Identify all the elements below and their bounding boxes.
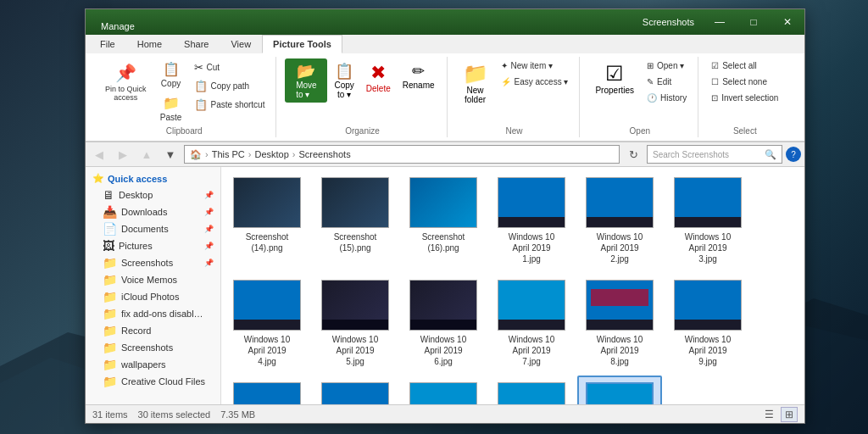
- open-label: Open: [630, 126, 650, 136]
- file-name-2: Screenshot(16).png: [422, 231, 465, 253]
- explorer-window: Manage Screenshots — □ ✕ File Home Share…: [85, 8, 805, 424]
- sidebar-item-creative-cloud[interactable]: 📁 Creative Cloud Files: [86, 373, 220, 390]
- paste-label: Paste: [160, 113, 182, 122]
- file-item-16[interactable]: Windows 10April 201914.jpg: [577, 376, 662, 404]
- sidebar-item-screenshots[interactable]: 📁 Screenshots 📌: [86, 254, 220, 271]
- file-thumbnail-1: [321, 177, 389, 228]
- file-item-14[interactable]: Windows 10April 201912.jpg: [401, 376, 486, 404]
- tab-picture-tools[interactable]: Picture Tools: [262, 35, 342, 53]
- close-button[interactable]: ✕: [771, 9, 804, 35]
- grid-view-button[interactable]: ⊞: [781, 407, 798, 422]
- forward-button[interactable]: ▶: [113, 145, 133, 164]
- properties-button[interactable]: ☑ Properties: [588, 58, 641, 98]
- new-folder-button[interactable]: 📁 Newfolder: [456, 58, 495, 108]
- file-area[interactable]: Screenshot(14).png Screenshot(15).png: [221, 167, 804, 404]
- easy-access-button[interactable]: ⚡ Easy access ▾: [497, 75, 573, 89]
- file-item-15[interactable]: Windows 10April 201913.jpg: [489, 376, 574, 404]
- path-this-pc[interactable]: This PC: [212, 149, 245, 159]
- search-placeholder: Search Screenshots: [653, 150, 729, 159]
- file-item-8[interactable]: Windows 10April 20196.jpg: [401, 273, 486, 372]
- move-to-button[interactable]: 📂 Moveto ▾: [285, 58, 327, 103]
- copy-button[interactable]: 📋 Copy: [154, 58, 188, 91]
- copy-path-label: Copy path: [211, 81, 250, 91]
- pin-icon2: 📌: [204, 208, 214, 216]
- wallpapers-icon: 📁: [103, 358, 117, 371]
- list-view-button[interactable]: ☰: [760, 407, 777, 422]
- rename-button[interactable]: ✏ Rename: [398, 58, 440, 93]
- documents-label: Documents: [121, 224, 169, 234]
- pin-icon4: 📌: [204, 242, 214, 250]
- file-item-3[interactable]: Windows 10April 20191.jpg: [489, 170, 574, 270]
- size: 7.35 MB: [220, 409, 255, 420]
- file-name-8: Windows 10April 20196.jpg: [420, 334, 466, 367]
- downloads-label: Downloads: [121, 207, 167, 217]
- address-path[interactable]: 🏠 › This PC › Desktop › Screenshots: [184, 145, 620, 164]
- manage-tab[interactable]: Manage: [89, 18, 147, 35]
- select-all-icon: ☑: [711, 61, 719, 70]
- tab-home[interactable]: Home: [126, 35, 173, 53]
- file-item-12[interactable]: Windows 10April 201910.jpg: [225, 376, 309, 404]
- minimize-button[interactable]: —: [703, 9, 737, 35]
- path-screenshots[interactable]: Screenshots: [299, 149, 351, 159]
- pin-icon5: 📌: [204, 259, 214, 267]
- sidebar-item-record[interactable]: 📁 Record: [86, 322, 220, 339]
- cut-button[interactable]: ✂ Cut: [190, 58, 270, 76]
- sidebar-item-wallpapers[interactable]: 📁 wallpapers: [86, 356, 220, 373]
- tab-file[interactable]: File: [89, 35, 126, 53]
- file-item-10[interactable]: Windows 10April 20198.jpg: [577, 273, 662, 372]
- refresh-button[interactable]: ↻: [623, 145, 643, 164]
- new-item-button[interactable]: ✦ New item ▾: [497, 58, 573, 73]
- copy-to-button[interactable]: 📋 Copyto ▾: [329, 58, 359, 103]
- paste-shortcut-icon: 📋: [194, 98, 208, 111]
- tab-share[interactable]: Share: [173, 35, 220, 53]
- file-item-1[interactable]: Screenshot(15).png: [313, 170, 398, 270]
- file-thumbnail-5: [674, 177, 742, 228]
- file-item-6[interactable]: Windows 10April 20194.jpg: [225, 273, 309, 372]
- file-item-9[interactable]: Windows 10April 20197.jpg: [489, 273, 574, 372]
- help-button[interactable]: ?: [786, 147, 801, 162]
- path-desktop[interactable]: Desktop: [254, 149, 288, 159]
- file-item-0[interactable]: Screenshot(14).png: [225, 170, 309, 270]
- title-bar: Manage Screenshots — □ ✕: [86, 9, 804, 35]
- file-item-2[interactable]: Screenshot(16).png: [401, 170, 486, 270]
- file-item-11[interactable]: Windows 10April 20199.jpg: [665, 273, 750, 372]
- sidebar-item-downloads[interactable]: 📥 Downloads 📌: [86, 203, 220, 220]
- file-thumbnail-11: [674, 280, 742, 331]
- selected-count: 30 items selected: [138, 409, 211, 420]
- invert-selection-button[interactable]: ⊡ Invert selection: [707, 91, 782, 105]
- open-button[interactable]: ⊞ Open ▾: [643, 58, 691, 73]
- delete-button[interactable]: ✖ Delete: [361, 58, 396, 97]
- file-thumbnail-6: [233, 280, 301, 331]
- tab-view[interactable]: View: [220, 35, 262, 53]
- file-item-4[interactable]: Windows 10April 20192.jpg: [577, 170, 662, 270]
- copy-path-button[interactable]: 📋 Copy path: [190, 77, 270, 95]
- search-box[interactable]: Search Screenshots 🔍: [647, 145, 782, 164]
- up-button[interactable]: ▲: [136, 145, 157, 164]
- sidebar-item-fix[interactable]: 📁 fix add-ons disabled ir: [86, 305, 220, 322]
- file-item-13[interactable]: Windows 10April 201911.jpg: [313, 376, 398, 404]
- back-button[interactable]: ◀: [89, 145, 109, 164]
- pin-icon3: 📌: [204, 225, 214, 233]
- sidebar-item-pictures[interactable]: 🖼 Pictures 📌: [86, 237, 220, 254]
- select-none-button[interactable]: ☐ Select none: [707, 75, 782, 89]
- paste-button[interactable]: 📁 Paste: [154, 92, 188, 125]
- edit-button[interactable]: ✎ Edit: [643, 75, 691, 89]
- pin-to-quick-button[interactable]: 📌 Pin to Quickaccess: [99, 58, 153, 106]
- file-item-5[interactable]: Windows 10April 20193.jpg: [665, 170, 750, 270]
- sidebar-item-desktop[interactable]: 🖥 Desktop 📌: [86, 186, 220, 203]
- fix-icon: 📁: [103, 307, 117, 320]
- recent-button[interactable]: ▼: [160, 145, 181, 164]
- paste-shortcut-button[interactable]: 📋 Paste shortcut: [190, 96, 270, 114]
- sidebar-item-icloud[interactable]: 📁 iCloud Photos: [86, 288, 220, 305]
- file-name-3: Windows 10April 20191.jpg: [509, 231, 554, 264]
- maximize-button[interactable]: □: [737, 9, 771, 35]
- desktop-background: Manage Screenshots — □ ✕ File Home Share…: [0, 0, 868, 434]
- select-all-button[interactable]: ☑ Select all: [707, 58, 782, 73]
- clipboard-label: Clipboard: [166, 126, 203, 136]
- sidebar-item-screenshots2[interactable]: 📁 Screenshots: [86, 339, 220, 356]
- file-item-7[interactable]: Windows 10April 20195.jpg: [313, 273, 398, 372]
- quick-access-header[interactable]: ⭐ Quick access: [86, 170, 220, 186]
- sidebar-item-documents[interactable]: 📄 Documents 📌: [86, 220, 220, 237]
- history-button[interactable]: 🕐 History: [643, 91, 691, 105]
- sidebar-item-voice-memos[interactable]: 📁 Voice Memos: [86, 271, 220, 288]
